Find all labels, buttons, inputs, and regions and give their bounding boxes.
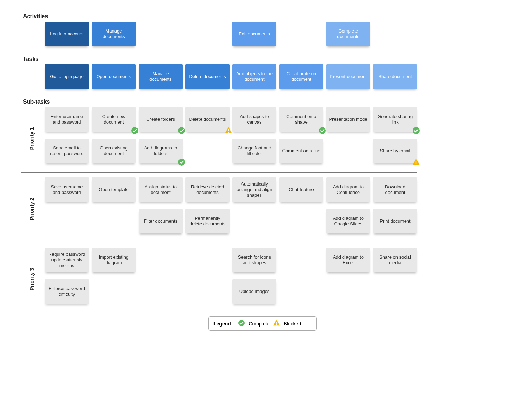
priority-divider-1 bbox=[21, 172, 417, 173]
subtask-card[interactable]: Filter documents bbox=[139, 209, 183, 233]
subtask-card bbox=[186, 248, 230, 272]
subtask-card[interactable]: Upload images bbox=[232, 279, 276, 304]
subtask-card[interactable]: Share on social media bbox=[373, 248, 417, 272]
subtask-card[interactable]: Add shapes to canvas bbox=[232, 107, 276, 132]
activity-card[interactable]: Manage documents bbox=[92, 22, 136, 46]
task-card[interactable]: Manage documents bbox=[139, 64, 183, 89]
subtask-card[interactable]: Automatically arrange and align shapes bbox=[232, 177, 276, 202]
subtask-card-label: Search for icons and shapes bbox=[235, 254, 274, 266]
activity-card-label: Complete documents bbox=[329, 28, 368, 40]
subtask-card bbox=[92, 279, 136, 304]
task-card-label: Go to login page bbox=[50, 74, 83, 79]
subtask-card[interactable]: Create new document bbox=[92, 107, 136, 132]
activity-card[interactable]: Edit documents bbox=[232, 22, 276, 46]
activity-card bbox=[139, 22, 183, 46]
subtask-card-label: Print document bbox=[380, 218, 410, 224]
subtask-card-label: Presentation mode bbox=[329, 117, 367, 122]
subtask-card[interactable]: Change font and fill color bbox=[232, 139, 276, 163]
subtask-card[interactable]: Enforce password difficulty bbox=[45, 279, 89, 304]
activity-card[interactable]: Log into account bbox=[45, 22, 89, 46]
activity-card-label: Log into account bbox=[50, 31, 83, 37]
subtasks-heading-row: Sub-tasks bbox=[21, 96, 417, 107]
subtask-card[interactable]: Require password update after six months bbox=[45, 248, 89, 272]
subtask-card[interactable]: Download document bbox=[373, 177, 417, 202]
subtask-card bbox=[186, 139, 230, 163]
activity-card[interactable]: Complete documents bbox=[326, 22, 370, 46]
subtask-card[interactable]: Delete documents bbox=[186, 107, 230, 132]
activity-card-label: Manage documents bbox=[94, 28, 133, 40]
subtask-card[interactable]: Open existing document bbox=[92, 139, 136, 163]
subtask-card[interactable]: Add diagrams to folders bbox=[139, 139, 183, 163]
legend-blocked-label: Blocked bbox=[284, 321, 301, 327]
activity-card-label: Edit documents bbox=[239, 31, 270, 37]
subtask-card bbox=[326, 139, 370, 163]
subtask-card[interactable]: Chat feature bbox=[279, 177, 323, 202]
subtask-card[interactable]: Open template bbox=[92, 177, 136, 202]
subtask-card-label: Open template bbox=[99, 187, 128, 192]
subtask-card[interactable]: Send email to resent password bbox=[45, 139, 89, 163]
subtask-card-label: Add shapes to canvas bbox=[235, 114, 274, 125]
activities-row-spacer bbox=[21, 22, 42, 53]
task-card[interactable]: Add objects to the document bbox=[232, 64, 276, 89]
subtask-card[interactable]: Save username and password bbox=[45, 177, 89, 202]
warning-icon bbox=[412, 158, 420, 166]
activities-heading-row: Activities bbox=[21, 10, 417, 22]
subtask-card[interactable]: Add diagram to Excel bbox=[326, 248, 370, 272]
subtask-card[interactable]: Retrieve deleted documents bbox=[186, 177, 230, 202]
subtask-card bbox=[326, 279, 370, 304]
activity-card bbox=[373, 22, 417, 46]
subtask-card[interactable]: Create folders bbox=[139, 107, 183, 132]
subtask-card[interactable]: Generate sharing link bbox=[373, 107, 417, 132]
subtask-card bbox=[45, 209, 89, 233]
task-card[interactable]: Collaborate on document bbox=[279, 64, 323, 89]
tasks-row-spacer bbox=[21, 64, 42, 96]
subtask-card[interactable]: Assign status to document bbox=[139, 177, 183, 202]
subtask-card[interactable]: Print document bbox=[373, 209, 417, 233]
task-card[interactable]: Share document bbox=[373, 64, 417, 89]
task-card-label: Open documents bbox=[96, 74, 131, 79]
task-card[interactable]: Present document bbox=[326, 64, 370, 89]
subtask-card[interactable]: Search for icons and shapes bbox=[232, 248, 276, 272]
task-card-label: Collaborate on document bbox=[282, 71, 321, 83]
subtask-card[interactable]: Import existing diagram bbox=[92, 248, 136, 272]
check-icon bbox=[178, 127, 186, 134]
priority3-label-cell: Priority 3 bbox=[21, 248, 42, 311]
subtask-card bbox=[139, 279, 183, 304]
task-card-label: Manage documents bbox=[141, 71, 180, 83]
task-card[interactable]: Open documents bbox=[92, 64, 136, 89]
check-icon bbox=[412, 127, 420, 134]
subtask-card[interactable]: Share by email bbox=[373, 139, 417, 163]
subtask-card[interactable]: Add diagram to Confluence bbox=[326, 177, 370, 202]
subtask-card bbox=[279, 279, 323, 304]
subtask-card-label: Generate sharing link bbox=[376, 114, 414, 125]
legend-box: Legend: Complete Blocked bbox=[208, 316, 317, 331]
subtask-card[interactable]: Add diagram to Google Slides bbox=[326, 209, 370, 233]
priority1-label: Priority 1 bbox=[29, 127, 35, 150]
activities-heading: Activities bbox=[23, 13, 417, 20]
check-icon bbox=[131, 127, 139, 134]
legend-title: Legend: bbox=[214, 321, 232, 327]
subtask-card bbox=[279, 209, 323, 233]
subtask-card[interactable]: Enter username and password bbox=[45, 107, 89, 132]
subtask-card[interactable]: Comment on a shape bbox=[279, 107, 323, 132]
task-card[interactable]: Delete documents bbox=[186, 64, 230, 89]
subtask-card-label: Upload images bbox=[239, 289, 270, 294]
legend-complete-label: Complete bbox=[248, 321, 270, 327]
task-card-label: Add objects to the document bbox=[235, 71, 274, 83]
subtask-card[interactable]: Permanently delete documents bbox=[186, 209, 230, 233]
subtask-card[interactable]: Presentation mode bbox=[326, 107, 370, 132]
subtask-card-label: Chat feature bbox=[289, 187, 314, 192]
subtask-card bbox=[373, 279, 417, 304]
subtask-card[interactable]: Comment on a line bbox=[279, 139, 323, 163]
subtask-card-label: Require password update after six months bbox=[48, 252, 86, 269]
activity-card bbox=[279, 22, 323, 46]
task-card[interactable]: Go to login page bbox=[45, 64, 89, 89]
subtask-card-label: Create folders bbox=[146, 117, 175, 122]
subtask-card-label: Save username and password bbox=[48, 184, 86, 196]
subtask-card bbox=[279, 248, 323, 272]
subtask-card-label: Retrieve deleted documents bbox=[188, 184, 227, 196]
subtask-card-label: Add diagram to Excel bbox=[329, 254, 368, 266]
story-map-grid: Activities Log into accountManage docume… bbox=[21, 10, 504, 311]
priority-divider-2 bbox=[21, 243, 417, 243]
subtask-card bbox=[186, 279, 230, 304]
